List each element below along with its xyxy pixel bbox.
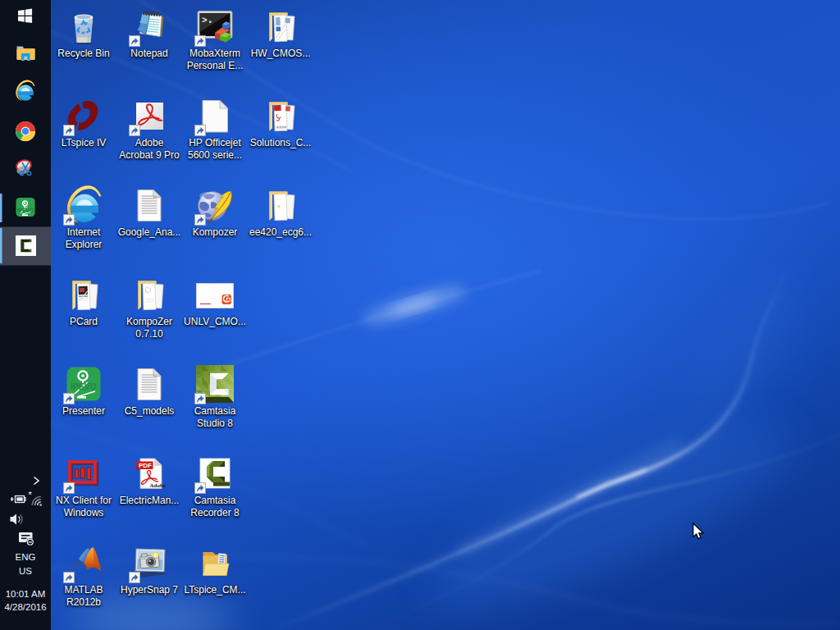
svg-text:ENG: ENG <box>16 552 36 562</box>
svg-text:Adobe: Adobe <box>276 125 287 129</box>
svg-text:IPEVO: IPEVO <box>17 208 34 213</box>
svg-text:US: US <box>19 566 32 576</box>
svg-text:PDF: PDF <box>139 462 152 469</box>
svg-text:Adobe: Adobe <box>150 482 166 489</box>
svg-text:IPEVO: IPEVO <box>71 381 97 391</box>
svg-text:>: > <box>202 16 208 25</box>
svg-text:10:01 AM: 10:01 AM <box>6 589 46 599</box>
svg-text:<: < <box>277 203 281 209</box>
svg-text:4/28/2016: 4/28/2016 <box>4 602 46 612</box>
svg-text:*: * <box>29 490 33 500</box>
